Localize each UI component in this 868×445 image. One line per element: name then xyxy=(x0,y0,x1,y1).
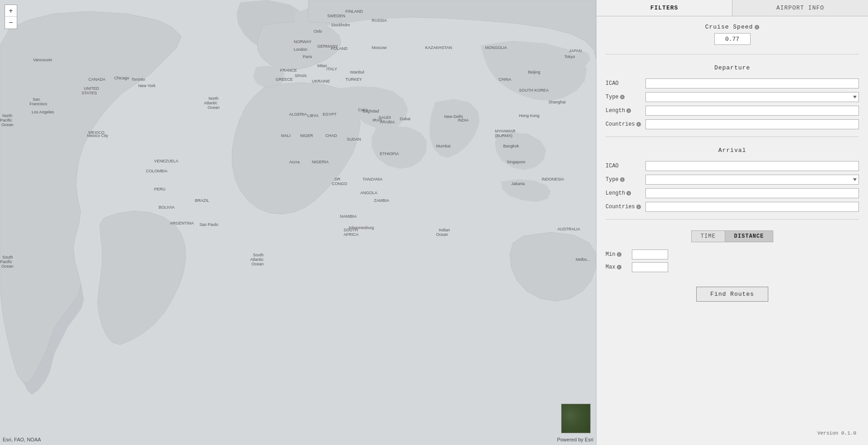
svg-text:Tokyo: Tokyo xyxy=(564,54,575,59)
svg-text:South: South xyxy=(2,255,13,259)
svg-text:Ocean: Ocean xyxy=(1,264,14,269)
arrival-type-info-icon[interactable]: i xyxy=(620,177,625,182)
svg-text:Ocean: Ocean xyxy=(436,232,448,237)
svg-text:Los Angeles: Los Angeles xyxy=(32,110,54,114)
svg-text:VENEZUELA: VENEZUELA xyxy=(154,159,179,163)
svg-text:COLOMBIA: COLOMBIA xyxy=(146,169,168,173)
svg-text:FRANCE: FRANCE xyxy=(280,68,297,73)
svg-text:Melbo...: Melbo... xyxy=(576,257,590,262)
zoom-in-button[interactable]: + xyxy=(5,5,17,17)
departure-icao-label: ICAO xyxy=(606,80,642,87)
arrival-icao-label: ICAO xyxy=(606,163,642,169)
min-input[interactable] xyxy=(632,249,668,259)
find-routes-button[interactable]: Find Routes xyxy=(696,287,768,302)
svg-text:PERU: PERU xyxy=(154,187,165,191)
departure-length-info-icon[interactable]: i xyxy=(626,108,631,113)
svg-text:INDONESIA: INDONESIA xyxy=(542,177,564,181)
tab-filters[interactable]: FILTERS xyxy=(596,0,732,16)
svg-text:BRAZIL: BRAZIL xyxy=(195,198,209,203)
svg-text:CANADA: CANADA xyxy=(88,77,106,82)
map-container[interactable]: Stockholm Oslo London Paris GERMANY NORW… xyxy=(0,0,596,445)
svg-text:ETHIOPIA: ETHIOPIA xyxy=(380,152,399,156)
svg-text:ARABIA: ARABIA xyxy=(380,120,395,124)
svg-text:New York: New York xyxy=(138,83,156,88)
departure-countries-input[interactable] xyxy=(645,119,859,129)
max-input[interactable] xyxy=(632,262,668,272)
svg-text:ALGERIA: ALGERIA xyxy=(289,112,307,117)
distance-toggle-button[interactable]: DISTANCE xyxy=(725,230,774,242)
svg-text:JAPAN: JAPAN xyxy=(569,49,582,53)
arrival-icao-input[interactable] xyxy=(645,161,859,171)
arrival-section: ICAO Type i Length i xyxy=(606,161,859,212)
svg-text:DR: DR xyxy=(335,177,340,181)
svg-text:SOUTH KOREA: SOUTH KOREA xyxy=(519,88,549,93)
cruise-speed-label: Cruise Speed i xyxy=(705,24,760,30)
svg-text:Moscow: Moscow xyxy=(372,45,387,50)
svg-text:MALI: MALI xyxy=(281,133,291,138)
arrival-icao-row: ICAO xyxy=(606,161,859,171)
time-toggle-button[interactable]: TIME xyxy=(691,230,725,242)
departure-countries-row: Countries i xyxy=(606,119,859,129)
svg-text:AFRICA: AFRICA xyxy=(344,232,359,237)
svg-text:GREECE: GREECE xyxy=(276,77,293,82)
min-label: Min i xyxy=(606,251,628,258)
svg-text:ZAMBIA: ZAMBIA xyxy=(374,198,389,203)
svg-text:Beijing: Beijing xyxy=(528,70,540,74)
min-row: Min i xyxy=(606,249,859,259)
departure-label: Departure xyxy=(606,64,859,71)
arrival-countries-info-icon[interactable]: i xyxy=(636,205,641,209)
svg-text:TURKEY: TURKEY xyxy=(345,77,362,82)
arrival-type-select[interactable] xyxy=(645,175,859,185)
svg-text:EGYPT: EGYPT xyxy=(323,112,337,117)
version-label: Version 0.1.0 xyxy=(606,429,859,438)
departure-countries-info-icon[interactable]: i xyxy=(636,122,641,127)
svg-text:Cairo: Cairo xyxy=(358,108,368,112)
svg-text:NIGER: NIGER xyxy=(300,133,313,138)
departure-length-label: Length i xyxy=(606,108,642,114)
arrival-length-label: Length i xyxy=(606,190,642,196)
min-info-icon[interactable]: i xyxy=(617,252,621,257)
svg-text:Francisco: Francisco xyxy=(29,102,47,106)
svg-text:KAZAKHSTAN: KAZAKHSTAN xyxy=(425,45,452,50)
svg-text:SAUDI: SAUDI xyxy=(378,115,391,120)
tabs: FILTERS AIRPORT INFO xyxy=(596,0,868,16)
svg-text:Ocean: Ocean xyxy=(1,122,14,127)
svg-text:STATES: STATES xyxy=(82,91,97,95)
arrival-length-row: Length i xyxy=(606,188,859,198)
svg-text:UNITED: UNITED xyxy=(84,86,99,91)
svg-text:Mexico City: Mexico City xyxy=(87,133,108,138)
svg-text:Pacific: Pacific xyxy=(0,259,12,264)
cruise-speed-input[interactable] xyxy=(714,33,751,45)
svg-text:Johannesburg: Johannesburg xyxy=(348,225,374,230)
svg-text:Mumbai: Mumbai xyxy=(436,144,451,148)
departure-icao-input[interactable] xyxy=(645,78,859,88)
svg-text:Ocean: Ocean xyxy=(252,262,264,266)
zoom-out-button[interactable]: − xyxy=(5,17,17,29)
svg-text:London: London xyxy=(294,47,307,52)
departure-type-select[interactable] xyxy=(645,92,859,102)
tab-airport-info[interactable]: AIRPORT INFO xyxy=(732,0,868,16)
arrival-length-info-icon[interactable]: i xyxy=(626,191,631,196)
svg-text:Pacific: Pacific xyxy=(0,118,12,122)
arrival-countries-input[interactable] xyxy=(645,202,859,212)
svg-text:BOLIVIA: BOLIVIA xyxy=(159,205,175,210)
svg-text:NAMIBIA: NAMIBIA xyxy=(340,214,357,219)
cruise-speed-info-icon[interactable]: i xyxy=(755,25,759,29)
departure-length-row: Length i xyxy=(606,106,859,116)
satellite-thumb[interactable] xyxy=(561,404,591,433)
map-powered-by: Powered by Esri xyxy=(557,437,593,442)
arrival-length-input[interactable] xyxy=(645,188,859,198)
departure-type-info-icon[interactable]: i xyxy=(620,95,625,99)
svg-text:Istanbul: Istanbul xyxy=(350,70,364,74)
svg-text:Milan: Milan xyxy=(317,64,327,68)
svg-text:MYANMAR: MYANMAR xyxy=(495,129,516,133)
svg-text:AUSTRALIA: AUSTRALIA xyxy=(558,227,580,231)
departure-length-input[interactable] xyxy=(645,106,859,116)
svg-text:North: North xyxy=(209,96,218,101)
svg-text:ITALY: ITALY xyxy=(326,67,337,71)
svg-text:Paris: Paris xyxy=(303,54,312,59)
max-info-icon[interactable]: i xyxy=(617,265,621,269)
map-svg: Stockholm Oslo London Paris GERMANY NORW… xyxy=(0,0,596,445)
departure-type-row: Type i xyxy=(606,92,859,102)
svg-text:San: San xyxy=(33,97,40,102)
